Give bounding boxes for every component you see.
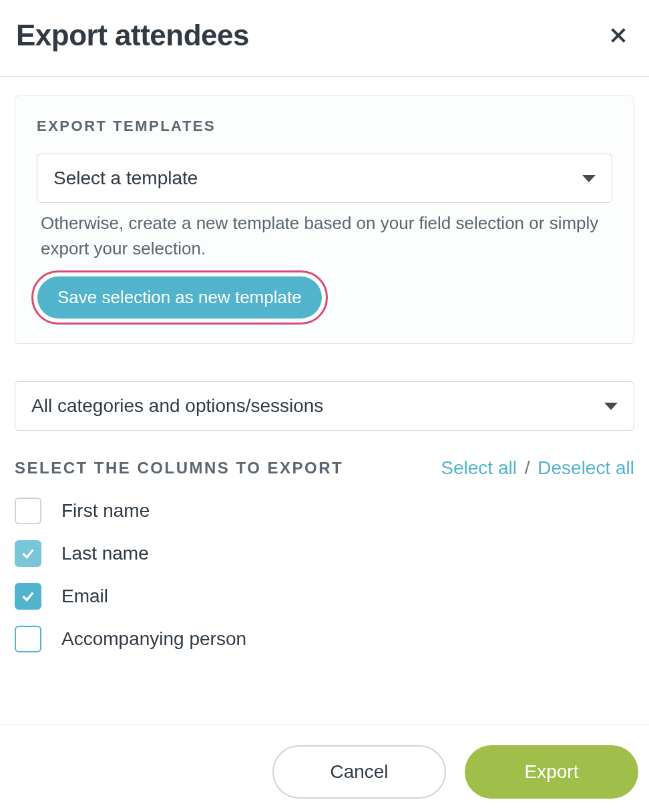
- caret-down-icon: [582, 175, 596, 182]
- columns-header: SELECT THE COLUMNS TO EXPORT Select all …: [15, 457, 634, 479]
- close-button[interactable]: [604, 21, 633, 50]
- categories-select-value: All categories and options/sessions: [31, 395, 323, 417]
- select-all-link[interactable]: Select all: [441, 457, 517, 478]
- check-icon: [21, 589, 35, 604]
- column-row: First name: [15, 497, 634, 524]
- column-row: Accompanying person: [15, 626, 634, 652]
- column-checkbox[interactable]: [15, 583, 41, 610]
- columns-list: First nameLast nameEmailAccompanying per…: [15, 497, 634, 652]
- deselect-all-link[interactable]: Deselect all: [537, 457, 634, 478]
- template-helper-text: Otherwise, create a new template based o…: [41, 211, 608, 261]
- categories-select[interactable]: All categories and options/sessions: [15, 381, 634, 431]
- column-label: Last name: [61, 543, 149, 564]
- export-button[interactable]: Export: [465, 745, 638, 799]
- export-templates-title: EXPORT TEMPLATES: [37, 118, 612, 135]
- column-label: Email: [61, 586, 108, 607]
- column-checkbox[interactable]: [15, 497, 41, 524]
- cancel-button[interactable]: Cancel: [272, 745, 446, 799]
- template-select[interactable]: Select a template: [37, 154, 612, 203]
- dialog-footer: Cancel Export: [0, 725, 649, 812]
- column-checkbox[interactable]: [15, 540, 41, 567]
- export-templates-panel: EXPORT TEMPLATES Select a template Other…: [15, 95, 634, 344]
- column-checkbox[interactable]: [15, 626, 41, 652]
- bulk-select-links: Select all / Deselect all: [441, 457, 634, 479]
- check-icon: [21, 546, 35, 561]
- columns-section-title: SELECT THE COLUMNS TO EXPORT: [15, 459, 343, 477]
- column-label: Accompanying person: [61, 628, 246, 650]
- save-template-button[interactable]: Save selection as new template: [37, 276, 322, 319]
- dialog-body: EXPORT TEMPLATES Select a template Other…: [0, 77, 649, 652]
- column-row: Email: [15, 583, 634, 610]
- link-separator: /: [525, 457, 530, 478]
- column-row: Last name: [15, 540, 634, 567]
- close-icon: [609, 26, 628, 45]
- template-select-value: Select a template: [53, 168, 198, 189]
- save-template-highlight: Save selection as new template: [31, 270, 328, 325]
- caret-down-icon: [604, 403, 618, 410]
- dialog-title: Export attendees: [16, 19, 249, 52]
- dialog-header: Export attendees: [0, 0, 649, 77]
- column-label: First name: [61, 500, 150, 522]
